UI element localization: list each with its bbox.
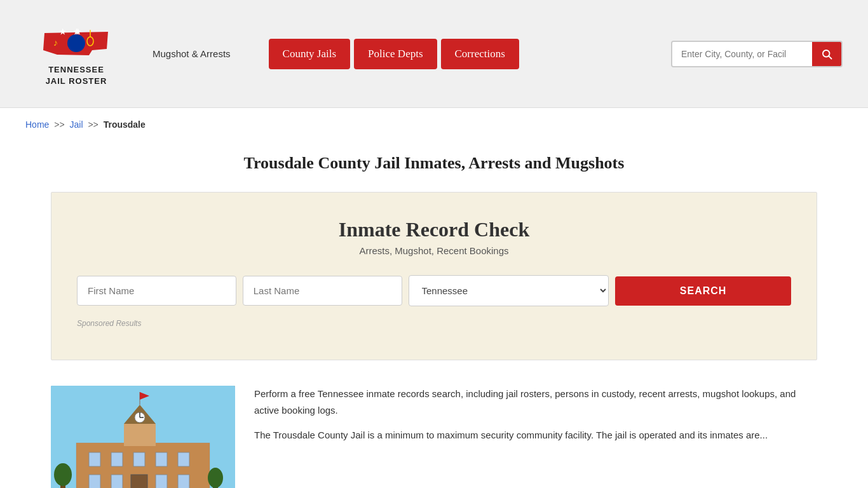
svg-rect-18 — [178, 452, 189, 466]
svg-rect-15 — [111, 452, 123, 466]
breadcrumb-sep2: >> — [88, 119, 98, 130]
content-paragraph-1: Perform a free Tennessee inmate records … — [254, 386, 817, 418]
mugshot-arrests-link[interactable]: Mugshot & Arrests — [153, 48, 231, 59]
first-name-input[interactable] — [77, 276, 236, 306]
breadcrumb-home[interactable]: Home — [25, 119, 49, 130]
record-check-box: Inmate Record Check Arrests, Mugshot, Re… — [51, 192, 817, 360]
breadcrumb-current: Trousdale — [104, 119, 146, 130]
nav-buttons: County Jails Police Depts Corrections — [269, 39, 519, 69]
sponsored-label: Sponsored Results — [77, 319, 791, 328]
header-search-area — [671, 41, 843, 67]
svg-line-9 — [829, 56, 831, 58]
last-name-input[interactable] — [243, 276, 402, 306]
svg-point-32 — [54, 463, 72, 486]
logo-text: TENNESSEE JAIL ROSTER — [46, 64, 107, 87]
breadcrumb-sep1: >> — [54, 119, 64, 130]
record-check-title: Inmate Record Check — [77, 218, 791, 241]
svg-rect-21 — [156, 475, 167, 488]
state-select[interactable]: Tennessee Alabama Alaska Arizona Arkansa… — [409, 275, 609, 306]
svg-rect-16 — [133, 452, 145, 466]
logo-icon: ♪ — [38, 20, 114, 62]
svg-rect-24 — [124, 424, 156, 446]
content-section: Perform a free Tennessee inmate records … — [0, 379, 868, 488]
svg-text:♪: ♪ — [53, 38, 58, 48]
logo-area: ♪ TENNESSEE JAIL ROSTER — [25, 20, 127, 87]
svg-rect-20 — [111, 475, 123, 488]
breadcrumb: Home >> Jail >> Trousdale — [0, 108, 868, 141]
content-text: Perform a free Tennessee inmate records … — [254, 386, 817, 488]
facility-svg — [51, 386, 235, 488]
svg-rect-17 — [156, 452, 167, 466]
page-title: Trousdale County Jail Inmates, Arrests a… — [25, 154, 843, 173]
svg-rect-14 — [89, 452, 100, 466]
svg-point-1 — [67, 34, 85, 52]
inmate-search-form: Tennessee Alabama Alaska Arizona Arkansa… — [77, 275, 791, 306]
breadcrumb-jail[interactable]: Jail — [70, 119, 83, 130]
header-search-input[interactable] — [672, 43, 812, 65]
svg-point-34 — [208, 468, 223, 488]
page-title-section: Trousdale County Jail Inmates, Arrests a… — [0, 141, 868, 192]
svg-rect-19 — [89, 475, 100, 488]
content-paragraph-2: The Trousdale County Jail is a minimum t… — [254, 427, 817, 444]
corrections-button[interactable]: Corrections — [441, 39, 519, 69]
search-icon — [821, 48, 832, 60]
header-search-button[interactable] — [812, 42, 841, 66]
svg-rect-22 — [178, 475, 189, 488]
svg-rect-23 — [131, 475, 147, 488]
facility-image — [51, 386, 235, 488]
police-depts-button[interactable]: Police Depts — [354, 39, 437, 69]
site-header: ♪ TENNESSEE JAIL ROSTER Mugshot & Arrest… — [0, 0, 868, 108]
inmate-search-button[interactable]: SEARCH — [615, 276, 791, 306]
county-jails-button[interactable]: County Jails — [269, 39, 351, 69]
record-check-subtitle: Arrests, Mugshot, Recent Bookings — [77, 245, 791, 256]
